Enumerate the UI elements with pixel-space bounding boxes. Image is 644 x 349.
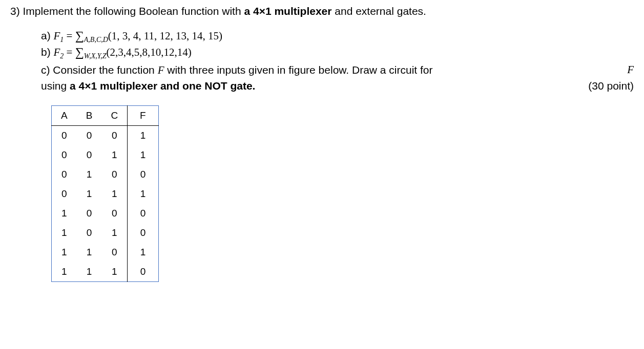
cell: 0: [128, 165, 159, 184]
cell: 0: [101, 204, 127, 223]
cell: 0: [128, 223, 159, 243]
cell: 0: [101, 243, 127, 262]
header-b: B: [77, 106, 102, 126]
cell: 1: [52, 223, 77, 243]
cell: 1: [52, 262, 77, 282]
problem-number: 3): [10, 5, 20, 17]
cell: 0: [101, 126, 127, 146]
cell: 1: [128, 126, 159, 146]
cell: 0: [101, 165, 127, 184]
cell: 0: [128, 262, 159, 282]
table-row: 1 1 1 0: [52, 262, 159, 282]
part-c-F2: F: [627, 62, 634, 78]
cell: 0: [52, 165, 77, 184]
part-c-F1: F: [158, 64, 164, 76]
part-a-equals: =: [64, 30, 75, 42]
part-a-label: a): [41, 30, 54, 41]
part-b-minterms: (2,3,4,5,8,10,12,14): [107, 46, 192, 58]
part-c-text1: Consider the function: [53, 64, 157, 76]
cell: 0: [52, 126, 77, 146]
cell: 1: [101, 145, 127, 165]
cell: 1: [128, 243, 159, 262]
cell: 1: [128, 145, 159, 165]
part-b-func: F: [54, 46, 60, 58]
truth-table: A B C F 0 0 0 1 0 0 1 1 0 1 0: [51, 105, 159, 282]
cell: 0: [77, 223, 102, 243]
part-c-text3: using: [41, 80, 70, 92]
cell: 0: [77, 204, 102, 223]
table-row: 0 1 1 1: [52, 184, 159, 204]
table-row: 0 1 0 0: [52, 165, 159, 184]
part-c-label: c): [41, 64, 53, 76]
cell: 1: [77, 165, 102, 184]
cell: 1: [101, 184, 127, 204]
part-a-func: F: [54, 30, 60, 42]
part-b-label: b): [41, 46, 54, 58]
intro-text-after: and external gates.: [331, 5, 426, 17]
cell: 1: [52, 243, 77, 262]
table-row: 0 0 0 1: [52, 126, 159, 146]
part-c-bold: a 4×1 multiplexer and one NOT gate.: [70, 80, 255, 92]
table-row: 1 0 1 0: [52, 223, 159, 243]
part-b: b) F2 = ∑W,X,Y,Z(2,3,4,5,8,10,12,14): [41, 46, 634, 60]
part-a-minterms: (1, 3, 4, 11, 12, 13, 14, 15): [108, 30, 222, 42]
cell: 1: [101, 262, 127, 282]
part-b-equals: =: [64, 46, 75, 58]
table-row: 0 0 1 1: [52, 145, 159, 165]
table-header-row: A B C F: [52, 106, 159, 126]
part-c-text2: with three inputs given in figure below.…: [164, 64, 432, 76]
intro-text-before: Implement the following Boolean function…: [23, 5, 244, 17]
header-a: A: [52, 106, 77, 126]
header-c: C: [101, 106, 127, 126]
part-b-sigma: ∑: [75, 46, 84, 59]
part-b-sigma-sub: W,X,Y,Z: [84, 52, 107, 60]
problem-intro: 3) Implement the following Boolean funct…: [10, 5, 634, 17]
truth-table-container: A B C F 0 0 0 1 0 0 1 1 0 1 0: [51, 105, 634, 282]
cell: 0: [128, 204, 159, 223]
table-row: 1 0 0 0: [52, 204, 159, 223]
sub-problems: a) F1 = ∑A,B,C,D(1, 3, 4, 11, 12, 13, 14…: [41, 30, 634, 93]
part-a-sigma-sub: A,B,C,D: [84, 36, 108, 43]
part-c: c) Consider the function F with three in…: [41, 62, 634, 93]
cell: 1: [77, 243, 102, 262]
cell: 0: [52, 184, 77, 204]
part-a: a) F1 = ∑A,B,C,D(1, 3, 4, 11, 12, 13, 14…: [41, 30, 634, 44]
cell: 0: [77, 126, 102, 146]
cell: 1: [128, 184, 159, 204]
part-c-points: (30 point): [588, 78, 634, 93]
cell: 1: [77, 262, 102, 282]
intro-bold: a 4×1 multiplexer: [244, 5, 331, 17]
cell: 1: [52, 204, 77, 223]
cell: 0: [77, 145, 102, 165]
cell: 1: [77, 184, 102, 204]
table-body: 0 0 0 1 0 0 1 1 0 1 0 0 0 1 1 1: [52, 126, 159, 282]
table-row: 1 1 0 1: [52, 243, 159, 262]
header-f: F: [128, 106, 159, 126]
cell: 1: [101, 223, 127, 243]
part-a-sigma: ∑: [75, 29, 84, 43]
cell: 0: [52, 145, 77, 165]
